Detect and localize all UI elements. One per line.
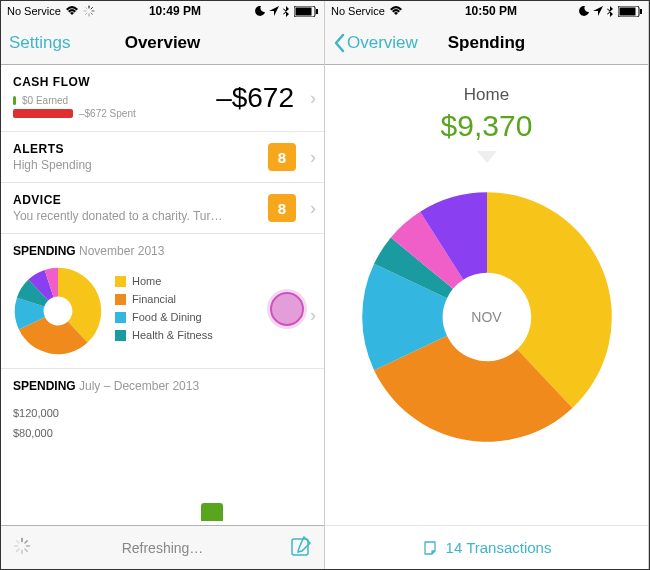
cashflow-amount: –$672 [216, 82, 294, 114]
spending-hero: Home $9,370 [325, 65, 648, 173]
refresh-spinner[interactable] [13, 537, 31, 558]
refreshing-text: Refreshing… [122, 540, 204, 556]
overview-screen: No Service 10:49 PM Settings Overview CA… [1, 1, 325, 569]
spent-label: –$672 Spent [79, 108, 136, 119]
svg-line-3 [91, 13, 93, 15]
location-icon [269, 6, 279, 16]
chevron-icon: › [310, 305, 316, 326]
svg-line-5 [85, 13, 87, 15]
svg-line-12 [25, 541, 27, 543]
spending-donut-row[interactable]: Home Financial Food & Dining Health & Fi… [1, 262, 324, 369]
nav-bar: Settings Overview [1, 21, 324, 65]
alerts-badge: 8 [268, 143, 296, 171]
advice-sub: You recently donated to a charity. Tur… [13, 209, 253, 223]
svg-rect-9 [295, 7, 311, 15]
status-time: 10:50 PM [465, 4, 517, 18]
spending-range-header: SPENDING July – December 2013 [1, 369, 324, 397]
overview-back-button[interactable]: Overview [333, 33, 418, 53]
touch-indicator [270, 292, 304, 326]
wifi-icon [389, 6, 403, 16]
advice-badge: 8 [268, 194, 296, 222]
yaxis-80k: $80,000 [13, 427, 312, 439]
carrier-text: No Service [331, 5, 385, 17]
moon-icon [579, 6, 589, 16]
back-chevron-icon [333, 33, 345, 53]
battery-icon [294, 6, 318, 17]
chevron-icon: › [310, 198, 316, 219]
spending-screen: No Service 10:50 PM Overview Spending Ho… [325, 1, 649, 569]
status-bar: No Service 10:50 PM [325, 1, 648, 21]
bluetooth-icon [283, 6, 290, 17]
battery-icon [618, 6, 642, 17]
bluetooth-icon [607, 6, 614, 17]
yaxis-120k: $120,000 [13, 407, 312, 419]
hero-category: Home [325, 85, 648, 105]
svg-rect-21 [619, 7, 635, 15]
big-donut-chart[interactable]: NOV [357, 187, 617, 447]
transactions-button[interactable]: 14 Transactions [325, 525, 648, 569]
mini-donut-chart [13, 266, 103, 356]
svg-line-7 [85, 8, 87, 10]
status-bar: No Service 10:49 PM [1, 1, 324, 21]
svg-line-18 [17, 541, 19, 543]
svg-line-14 [25, 549, 27, 551]
earned-label: $0 Earned [22, 95, 68, 106]
spending-header: SPENDING November 2013 [1, 234, 324, 262]
legend: Home Financial Food & Dining Health & Fi… [115, 275, 213, 347]
alerts-sub: High Spending [13, 158, 253, 172]
advice-row[interactable]: ADVICE You recently donated to a charity… [1, 183, 324, 234]
cashflow-row[interactable]: CASH FLOW $0 Earned –$672 Spent –$672 › [1, 65, 324, 132]
compose-button[interactable] [290, 535, 312, 560]
donut-center-label: NOV [447, 277, 527, 357]
svg-rect-22 [640, 9, 642, 14]
svg-line-16 [17, 549, 19, 551]
moon-icon [255, 6, 265, 16]
status-time: 10:49 PM [149, 4, 201, 18]
note-icon [422, 540, 438, 556]
chevron-icon: › [310, 88, 316, 109]
location-icon [593, 6, 603, 16]
spending-barchart[interactable]: $120,000 $80,000 [1, 397, 324, 457]
svg-rect-10 [316, 9, 318, 14]
settings-back-button[interactable]: Settings [9, 33, 70, 53]
svg-line-1 [91, 8, 93, 10]
pointer-triangle-icon [477, 151, 497, 163]
cashflow-title: CASH FLOW [13, 75, 216, 89]
transactions-text: 14 Transactions [446, 539, 552, 556]
wifi-icon [65, 6, 79, 16]
nav-bar: Overview Spending [325, 21, 648, 65]
bottom-toolbar: Refreshing… [1, 525, 324, 569]
hero-amount: $9,370 [325, 109, 648, 143]
loading-icon [83, 5, 95, 17]
chevron-icon: › [310, 147, 316, 168]
carrier-text: No Service [7, 5, 61, 17]
alerts-row[interactable]: ALERTS High Spending 8 › [1, 132, 324, 183]
